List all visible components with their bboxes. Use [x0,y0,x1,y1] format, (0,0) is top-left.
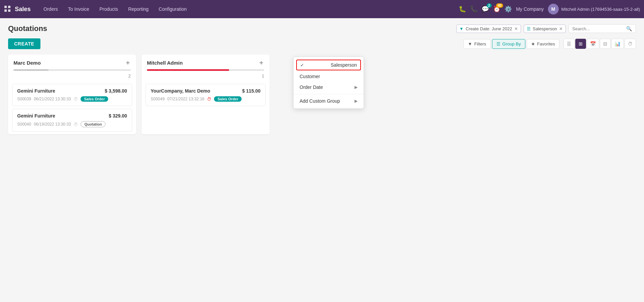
filters-label: Filters [474,41,486,46]
activity-icon[interactable]: ⏰ 40 [493,5,500,13]
star-icon: ★ [531,41,535,46]
view-icons: ☰ ⊞ 📅 ⊟ 📊 ⏱ [563,39,636,49]
dropdown-item-add-custom-group[interactable]: Add Custom Group ▶ [294,96,364,106]
kanban-card-mitchell-1-date: 07/21/2022 13:32:16 [167,97,204,101]
kanban-card-marc-demo-2-date: 06/19/2022 13:30:33 [34,122,71,127]
kanban-col-marc-demo-add[interactable]: ＋ [125,59,131,67]
dropdown-add-custom-label: Add Custom Group [300,98,340,104]
favorites-button[interactable]: ★ Favorites [527,39,559,49]
status-badge: Sales Order [81,96,108,102]
kanban-card-marc-demo-1-id: S00039 [17,97,31,101]
kanban-card-marc-demo-1-header: Gemini Furniture $ 3,598.00 [17,88,127,94]
table-view-button[interactable]: ⊟ [600,39,611,49]
kanban-col-marc-demo-progress [13,69,131,71]
kanban-view-button[interactable]: ⊞ [575,39,586,49]
kanban-col-mitchell-admin: Mitchell Admin ＋ 1 YourCompany, Marc Dem… [142,55,270,134]
kanban-col-marc-demo-progress-fill [13,69,49,71]
page-content: Quotations ▼ Create Date: June 2022 ✕ ☰ … [0,18,644,140]
kanban-card-marc-demo-1-date: 06/21/2022 13:30:33 [34,97,71,101]
kanban-card-mitchell-1-title: YourCompany, Marc Demo [151,88,210,94]
topnav-menu: Orders To Invoice Products Reporting Con… [39,4,191,14]
table-row[interactable]: YourCompany, Marc Demo $ 115.00 S00049 0… [146,84,266,106]
kanban-card-mitchell-1-amount: $ 115.00 [242,88,261,94]
clock-icon: ⏱ [73,97,78,102]
filter-tag-salesperson-label: Salesperson [533,26,557,31]
table-row[interactable]: Gemini Furniture $ 329.00 S00040 06/19/2… [12,109,132,132]
bug-icon[interactable]: 🐛 [459,5,466,13]
status-badge: Sales Order [214,96,242,102]
filter-tag-create-date[interactable]: ▼ Create Date: June 2022 ✕ [456,25,521,33]
search-wrapper[interactable]: 🔍 [569,24,636,33]
filter-tag-create-date-close[interactable]: ✕ [514,26,518,31]
settings-icon[interactable]: ⚙️ [504,5,512,13]
kanban-card-marc-demo-2-amount: $ 329.00 [109,113,127,119]
list-view-button[interactable]: ☰ [563,39,575,49]
search-bar: ▼ Create Date: June 2022 ✕ ☰ Salesperson… [456,24,636,33]
dropdown-item-customer[interactable]: Customer [294,71,364,82]
filter-tag-create-date-label: Create Date: June 2022 [466,26,512,31]
brand-logo[interactable]: Sales [15,6,31,13]
username: Mitchell Admin (17694536-saas-15-2-all) [561,7,640,12]
kanban-col-mitchell-admin-title: Mitchell Admin [147,60,183,66]
chart-view-button[interactable]: 📊 [611,39,624,49]
nav-orders[interactable]: Orders [39,4,63,14]
topnav: Sales Orders To Invoice Products Reporti… [0,0,644,18]
kanban-card-marc-demo-2-header: Gemini Furniture $ 329.00 [17,113,127,119]
kanban-col-marc-demo-title: Marc Demo [13,60,41,66]
activity-view-button[interactable]: ⏱ [624,39,636,49]
kanban-card-mitchell-1-header: YourCompany, Marc Demo $ 115.00 [151,88,260,94]
nav-products[interactable]: Products [95,4,123,14]
svg-rect-1 [8,6,10,8]
kanban-col-mitchell-admin-count: 1 [142,73,270,81]
order-date-arrow-icon: ▶ [355,85,358,90]
group-by-icon: ☰ [496,41,500,46]
dropdown-item-salesperson[interactable]: ✓ Salesperson [296,60,361,70]
checkmark-icon: ✓ [300,63,304,68]
favorites-label: Favorites [537,41,555,46]
search-icon[interactable]: 🔍 [626,26,632,31]
dropdown-item-order-date[interactable]: Order Date ▶ [294,82,364,93]
group-by-dropdown: ✓ Salesperson Customer Order Date ▶ Add … [293,57,364,109]
filter-group-icon: ☰ [527,26,531,31]
kanban-col-mitchell-admin-header: Mitchell Admin ＋ [142,55,270,69]
dropdown-customer-label: Customer [300,74,320,79]
group-by-button[interactable]: ☰ Group By [492,39,525,49]
table-row[interactable]: Gemini Furniture $ 3,598.00 S00039 06/21… [12,84,132,106]
user-menu[interactable]: M Mitchell Admin (17694536-saas-15-2-all… [548,4,640,14]
avatar: M [548,4,559,14]
nav-reporting[interactable]: Reporting [123,4,153,14]
nav-configuration[interactable]: Configuration [154,4,191,14]
dropdown-order-date-label: Order Date [300,85,323,90]
add-custom-group-arrow-icon: ▶ [355,99,358,103]
toolbar: CREATE ▼ Filters ☰ Group By ★ Favorites … [8,38,636,49]
grid-icon[interactable] [4,5,11,13]
kanban-col-marc-demo: Marc Demo ＋ 2 Gemini Furniture $ 3,598.0… [8,55,136,134]
kanban-col-marc-demo-count: 2 [8,73,136,81]
kanban-card-mitchell-1-id: S00049 [151,97,164,101]
kanban-col-mitchell-admin-add[interactable]: ＋ [258,59,264,67]
chat-badge: 2 [487,3,492,8]
kanban-card-marc-demo-2-id: S00040 [17,122,31,127]
kanban-col-marc-demo-header: Marc Demo ＋ [8,55,136,69]
nav-to-invoice[interactable]: To Invoice [63,4,94,14]
create-button[interactable]: CREATE [8,38,40,49]
svg-rect-3 [8,9,10,12]
kanban-card-marc-demo-2-meta: S00040 06/19/2022 13:30:33 ⏱ Quotation [17,121,127,127]
toolbar-left: CREATE [8,38,40,49]
phone-icon[interactable]: 📞 [470,5,478,13]
filter-tag-salesperson[interactable]: ☰ Salesperson ✕ [524,25,566,33]
chat-icon[interactable]: 💬 2 [482,5,489,13]
topnav-right: 🐛 📞 💬 2 ⏰ 40 ⚙️ My Company M Mitchell Ad… [459,4,640,14]
page-title: Quotations [8,24,47,33]
status-badge: Quotation [81,121,105,127]
kanban-card-marc-demo-2-title: Gemini Furniture [17,113,55,119]
filter-icon: ▼ [468,41,472,46]
company-selector[interactable]: My Company [516,6,544,12]
group-by-label: Group By [502,41,521,46]
filters-button[interactable]: ▼ Filters [463,39,490,49]
filter-tag-salesperson-close[interactable]: ✕ [559,26,563,31]
filter-funnel-icon: ▼ [459,26,464,31]
search-input[interactable] [572,26,626,31]
calendar-view-button[interactable]: 📅 [587,39,599,49]
page-header: Quotations ▼ Create Date: June 2022 ✕ ☰ … [8,24,636,33]
